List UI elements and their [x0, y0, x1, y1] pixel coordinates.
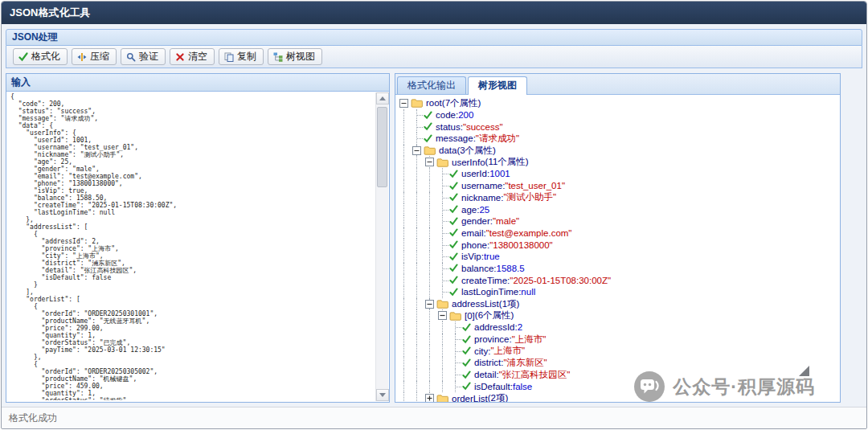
validate-button[interactable]: 验证	[121, 48, 166, 65]
tree-node-username[interactable]: username: "test_user_01"	[398, 180, 840, 192]
tree-guide-line	[436, 369, 449, 381]
copy-icon	[224, 52, 234, 62]
folder-icon	[424, 145, 436, 155]
json-panel-header: JSON处理	[6, 29, 862, 46]
tree-node-isVip[interactable]: isVip: true	[398, 251, 840, 263]
clear-button[interactable]: 清空	[170, 48, 215, 65]
tree-guide-line	[398, 369, 411, 381]
tree-guide-line	[398, 227, 411, 240]
tree-expander-minus-icon[interactable]	[398, 97, 411, 109]
tree-elbow	[436, 239, 449, 251]
copy-button[interactable]: 复制	[219, 48, 264, 65]
tree-node-key: [0]	[465, 311, 475, 321]
tree-elbow	[436, 168, 449, 180]
scroll-down-button[interactable]	[376, 389, 389, 401]
tree-elbow	[436, 263, 449, 275]
check-leaf-icon	[449, 205, 458, 214]
format-button[interactable]: 格式化	[13, 48, 68, 65]
tree-node-value: 25	[479, 205, 489, 215]
tree-node-addressList[interactable]: addressList (1项)	[398, 298, 840, 310]
tree-node-0[interactable]: [0] (6个属性)	[398, 309, 840, 321]
tree-elbow	[449, 345, 462, 357]
scrollbar-thumb[interactable]	[377, 107, 387, 187]
tree-node-province[interactable]: province: "上海市"	[398, 334, 840, 346]
button-label: 压缩	[90, 50, 109, 63]
input-panel-title: 输入	[11, 76, 31, 89]
tree-node-code[interactable]: code: 200	[398, 109, 840, 121]
tree-guide-line	[411, 321, 424, 334]
tree-node-message[interactable]: message: "请求成功"	[398, 133, 840, 145]
button-label: 验证	[139, 50, 158, 63]
check-leaf-icon	[449, 264, 458, 272]
folder-icon	[411, 98, 423, 108]
input-scrollbar[interactable]	[375, 92, 388, 401]
compress-icon	[77, 52, 87, 62]
tree-node-isDefault[interactable]: isDefault: false	[398, 381, 840, 393]
tree-guide-line	[398, 381, 411, 393]
arrow-up-icon	[379, 96, 386, 100]
tree-guide-line	[424, 215, 436, 227]
tree-expander-minus-icon[interactable]	[424, 156, 436, 168]
tree-node-count: (2项)	[488, 392, 509, 402]
check-leaf-icon	[449, 276, 458, 285]
tree-node-count: (6个属性)	[475, 309, 514, 321]
tree-node-userId[interactable]: userId: 1001	[398, 168, 840, 180]
scroll-up-button[interactable]	[376, 92, 389, 104]
tree-node-phone[interactable]: phone: "13800138000"	[398, 239, 840, 251]
tree-node-city[interactable]: city: "上海市"	[398, 345, 840, 357]
tree-node-key: age:	[461, 205, 479, 215]
treeview-button[interactable]: 树视图	[268, 48, 322, 65]
tree-node-value: 200	[458, 110, 473, 120]
tree-elbow	[436, 215, 449, 227]
tree-node-count: (7个属性)	[442, 97, 481, 109]
check-leaf-icon	[449, 217, 458, 226]
tree-node-key: data	[439, 145, 457, 155]
tree-icon	[273, 52, 283, 62]
tree-node-value: "test_user_01"	[505, 181, 565, 190]
json-input[interactable]: { "code": 200, "status": "success", "mes…	[10, 93, 373, 400]
tree-node-lastLoginTime[interactable]: lastLoginTime: null	[398, 286, 840, 298]
tree-node-orderList[interactable]: orderList (2项)	[398, 392, 840, 402]
tree-node-count: (1项)	[499, 298, 520, 310]
tree-node-data[interactable]: data (3个属性)	[398, 145, 840, 157]
tab-formatted-output[interactable]: 格式化输出	[397, 76, 466, 94]
tree-guide-line	[398, 180, 411, 192]
tree-guide-line	[436, 381, 449, 393]
tree-guide-line	[398, 321, 411, 334]
toolbar: 格式化压缩验证清空复制树视图	[6, 46, 862, 68]
tree-node-district[interactable]: district: "浦东新区"	[398, 357, 840, 369]
tree-node-detail[interactable]: detail: "张江高科技园区"	[398, 369, 840, 381]
tree-guide-line	[424, 203, 436, 215]
tree-node-key: status:	[436, 122, 463, 132]
tree-node-status[interactable]: status: "success"	[398, 121, 840, 133]
tree-node-nickname[interactable]: nickname: "测试小助手"	[398, 192, 840, 204]
tree-node-createTime[interactable]: createTime: "2025-01-15T08:30:00Z"	[398, 274, 840, 286]
tree-node-addressId[interactable]: addressId: 2	[398, 321, 840, 334]
check-leaf-icon	[449, 240, 458, 249]
tree-node-value: "上海市"	[490, 345, 525, 357]
tree-node-age[interactable]: age: 25	[398, 203, 840, 215]
tree-expander-plus-icon[interactable]	[424, 392, 436, 402]
input-body: { "code": 200, "status": "success", "mes…	[6, 92, 389, 402]
tree-node-value: false	[513, 382, 532, 391]
tree-node-root[interactable]: root (7个属性)	[398, 97, 840, 109]
tree-node-email[interactable]: email: "test@example.com"	[398, 227, 840, 240]
tree-elbow	[436, 180, 449, 192]
check-leaf-icon	[424, 111, 432, 120]
tree-guide-line	[411, 345, 424, 357]
tab-tree-view[interactable]: 树形视图	[468, 76, 527, 95]
tree-node-userInfo[interactable]: userInfo (11个属性)	[398, 156, 840, 168]
tree-guide-line	[398, 251, 411, 263]
tree-guide-line	[424, 286, 436, 298]
compress-button[interactable]: 压缩	[72, 48, 117, 65]
tree-node-balance[interactable]: balance: 1588.5	[398, 263, 840, 275]
tree-elbow	[436, 192, 449, 204]
input-panel-header: 输入	[6, 74, 389, 92]
tree-expander-minus-icon[interactable]	[411, 145, 424, 157]
tree-node-gender[interactable]: gender: "male"	[398, 215, 840, 227]
tree-guide-line	[398, 274, 411, 286]
tree-expander-minus-icon[interactable]	[436, 309, 449, 321]
tree-expander-minus-icon[interactable]	[424, 298, 436, 310]
tree-guide-line	[398, 334, 411, 346]
resize-grip[interactable]	[799, 366, 809, 376]
